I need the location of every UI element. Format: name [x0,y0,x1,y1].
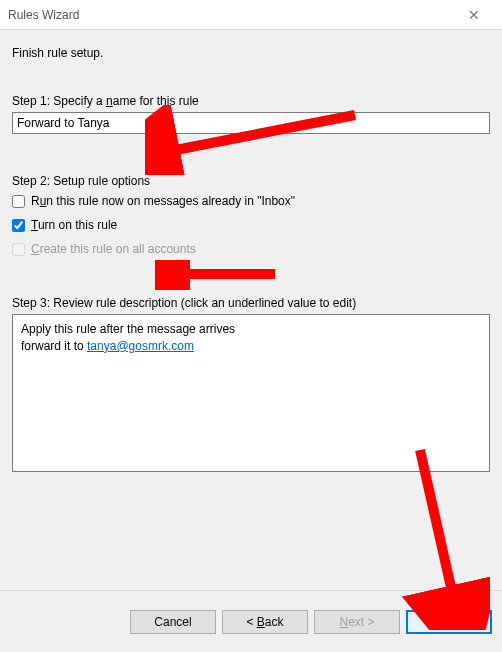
desc-line1: Apply this rule after the message arrive… [21,321,481,338]
page-heading: Finish rule setup. [12,46,490,60]
turn-on-checkbox-row[interactable]: Turn on this rule [12,218,490,232]
step1-label: Step 1: Specify a name for this rule [12,94,490,108]
cancel-button[interactable]: Cancel [130,610,216,634]
step3-label: Step 3: Review rule description (click a… [12,296,490,310]
close-icon: ✕ [468,7,480,23]
step1-label-post: ame for this rule [113,94,199,108]
create-all-accounts-checkbox [12,243,25,256]
run-now-checkbox-row[interactable]: Run this rule now on messages already in… [12,194,490,208]
rule-name-input[interactable] [12,112,490,134]
step2-label: Step 2: Setup rule options [12,174,490,188]
turn-on-checkbox[interactable] [12,219,25,232]
step1-label-accesskey: n [106,94,113,108]
titlebar: Rules Wizard ✕ [0,0,502,30]
dialog-body: Finish rule setup. Step 1: Specify a nam… [0,30,502,590]
turn-on-label: Turn on this rule [31,218,117,232]
run-now-checkbox[interactable] [12,195,25,208]
create-all-accounts-label: Create this rule on all accounts [31,242,196,256]
forward-recipient-link[interactable]: tanya@gosmrk.com [87,339,194,353]
next-button: Next > [314,610,400,634]
back-button[interactable]: < Back [222,610,308,634]
step1-label-pre: Step 1: Specify a [12,94,106,108]
window-title: Rules Wizard [8,8,454,22]
close-button[interactable]: ✕ [454,1,494,29]
run-now-label: Run this rule now on messages already in… [31,194,295,208]
create-all-accounts-row: Create this rule on all accounts [12,242,490,256]
finish-button[interactable]: Finish [406,610,492,634]
rule-description-box[interactable]: Apply this rule after the message arrive… [12,314,490,472]
desc-line2: forward it to tanya@gosmrk.com [21,338,481,355]
button-bar: Cancel < Back Next > Finish [0,590,502,652]
desc-line2-pre: forward it to [21,339,87,353]
